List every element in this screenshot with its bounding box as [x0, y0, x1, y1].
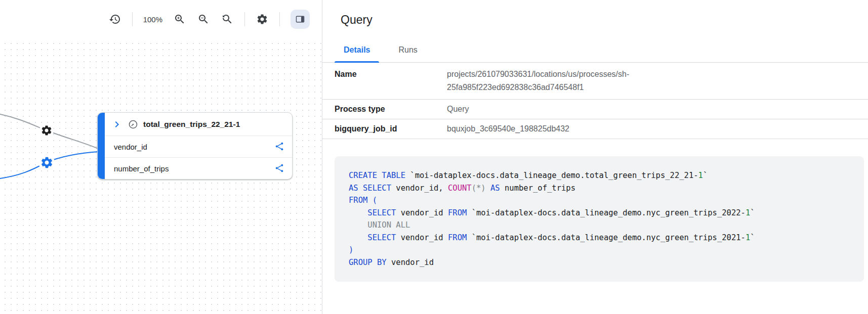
process-node-gear[interactable]	[39, 123, 54, 138]
detail-value: projects/261079033631/locations/us/proce…	[447, 63, 751, 99]
tab-label: Details	[344, 46, 370, 54]
lineage-canvas[interactable]: total_green_trips_22_21-1 vendor_id numb…	[0, 38, 322, 314]
lineage-region: 100%	[0, 0, 322, 314]
details-table: Name projects/261079033631/locations/us/…	[322, 63, 868, 139]
zoom-in-icon	[174, 13, 186, 25]
code-line: SELECT vendor_id FROM `moi-dataplex-docs…	[349, 232, 852, 244]
detail-label: Process type	[335, 100, 447, 119]
tab-details[interactable]: Details	[335, 40, 379, 62]
code-line: )	[349, 244, 852, 256]
details-panel: Query Details Runs Name projects/2610790…	[322, 0, 868, 314]
toolbar-divider	[279, 12, 280, 26]
detail-label: Name	[335, 63, 447, 86]
side-panel-toggle-button[interactable]	[291, 10, 310, 29]
panel-title: Query	[341, 12, 868, 27]
lineage-icon	[274, 141, 285, 152]
sql-code-block: CREATE TABLE `moi-dataplex-docs.data_lin…	[335, 156, 864, 282]
node-field-row[interactable]: vendor_id	[105, 136, 292, 157]
field-label: number_of_trips	[114, 164, 274, 173]
process-gear-icon	[40, 124, 53, 137]
zoom-reset-icon	[221, 13, 233, 25]
zoom-level-label: 100%	[143, 15, 162, 24]
tabs: Details Runs	[322, 40, 868, 63]
node-field-row[interactable]: number_of_trips	[105, 157, 292, 179]
zoom-out-icon	[197, 13, 210, 25]
code-line: FROM (	[349, 194, 852, 207]
node-title: total_green_trips_22_21-1	[143, 120, 240, 129]
zoom-in-button[interactable]	[173, 13, 186, 26]
detail-row: Name projects/261079033631/locations/us/…	[322, 63, 868, 100]
node-accent-bar	[98, 113, 105, 179]
detail-row: bigquery_job_id bquxjob_3c69540e_198825d…	[322, 119, 868, 139]
zoom-reset-button[interactable]	[221, 13, 234, 26]
code-line: CREATE TABLE `moi-dataplex-docs.data_lin…	[349, 169, 852, 182]
selected-process-node-gear[interactable]	[38, 154, 55, 170]
zoom-out-button[interactable]	[197, 13, 210, 26]
process-gear-icon	[40, 156, 54, 169]
field-lineage-button[interactable]	[274, 163, 285, 174]
detail-value: Query	[447, 100, 469, 119]
code-line: SELECT vendor_id FROM `moi-dataplex-docs…	[349, 207, 852, 219]
code-line: GROUP BY vendor_id	[349, 256, 852, 269]
toolbar-divider	[244, 12, 245, 26]
node-card-header: total_green_trips_22_21-1	[105, 113, 292, 136]
settings-gear-icon	[256, 13, 268, 25]
field-label: vendor_id	[114, 143, 274, 151]
code-line: AS SELECT vendor_id, COUNT(*) AS number_…	[349, 182, 852, 195]
sql-code: CREATE TABLE `moi-dataplex-docs.data_lin…	[349, 169, 852, 268]
side-panel-icon	[295, 14, 306, 25]
graph-settings-button[interactable]	[256, 13, 269, 26]
toolbar-divider	[132, 12, 133, 26]
tab-label: Runs	[398, 46, 417, 54]
code-line: UNION ALL	[349, 219, 852, 232]
lineage-icon	[274, 163, 285, 173]
table-node-card[interactable]: total_green_trips_22_21-1 vendor_id numb…	[97, 112, 293, 180]
expand-chevron-icon	[111, 118, 123, 130]
detail-label: bigquery_job_id	[335, 119, 447, 139]
field-lineage-button[interactable]	[274, 141, 285, 152]
lineage-toolbar: 100%	[0, 0, 322, 38]
history-button[interactable]	[108, 13, 121, 26]
detail-row: Process type Query	[322, 100, 868, 119]
node-card-body: total_green_trips_22_21-1 vendor_id numb…	[105, 113, 292, 179]
expand-node-button[interactable]	[111, 118, 123, 130]
detail-value: bquxjob_3c69540e_198825db432	[447, 119, 569, 139]
history-icon	[109, 13, 121, 25]
table-icon	[128, 119, 139, 130]
tab-runs[interactable]: Runs	[389, 40, 426, 62]
